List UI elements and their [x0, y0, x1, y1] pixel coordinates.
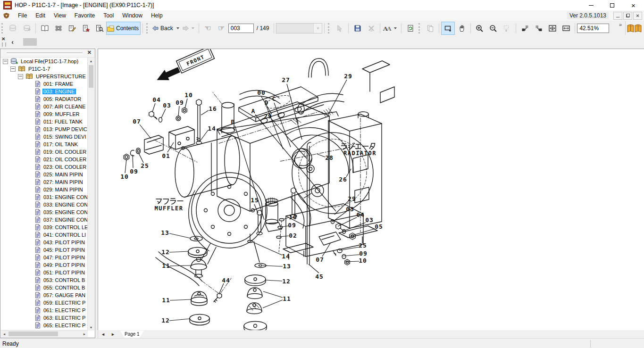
tree-item[interactable]: 003: ENGINE [1, 88, 88, 95]
pan-tool-button[interactable] [455, 22, 468, 35]
tree-item[interactable]: 053: CONTROL B [1, 276, 88, 284]
strip-close-button[interactable]: ✕ [1, 37, 5, 41]
mdi-minimize-button[interactable] [613, 12, 622, 20]
prev-page-button[interactable]: ☜ [201, 22, 215, 35]
toolbar-gripper[interactable] [418, 23, 421, 33]
catalog-books-button[interactable] [625, 21, 644, 35]
document-star-button[interactable] [79, 22, 92, 35]
toolbar-gripper[interactable] [1, 23, 4, 33]
zoom-out-button[interactable] [486, 22, 500, 35]
scroll-right-button[interactable]: ► [81, 331, 88, 337]
menu-window[interactable]: Window [118, 11, 147, 20]
tree-node-section[interactable]: UPPERSTRUCTURE [1, 73, 88, 80]
toolbar-overflow-chevron[interactable]: » [619, 22, 622, 27]
tree-item[interactable]: 049: PILOT PIPIN [1, 261, 88, 269]
tree-item[interactable]: 019: OIL COOLER [1, 148, 88, 156]
menu-favorite[interactable]: Favorite [70, 11, 99, 20]
tree-item[interactable]: 009: MUFFLER [1, 110, 88, 118]
tree-collapse-box[interactable] [10, 66, 16, 72]
book-view-button[interactable] [38, 22, 51, 35]
tree-collapse-box[interactable] [3, 59, 8, 64]
tree-item[interactable]: 025: MAIN PIPIN [1, 171, 88, 178]
restore-button[interactable] [602, 0, 623, 10]
tree-item[interactable]: 065: ELECTRIC P [1, 322, 88, 329]
contents-button[interactable]: Contents [106, 22, 141, 35]
menu-tool[interactable]: Tool [99, 11, 118, 20]
minimize-button[interactable] [580, 0, 602, 10]
forward-button[interactable] [182, 22, 197, 35]
tab-next-button[interactable]: ► [108, 332, 118, 337]
next-page-button[interactable]: ☞ [215, 22, 228, 35]
tree-item[interactable]: 013: PUMP DEVIC [1, 125, 88, 133]
export-button[interactable] [364, 22, 378, 35]
tree-item[interactable]: 039: CONTROL LE [1, 224, 88, 231]
tree-item[interactable]: 063: ELECTRIC P [1, 314, 88, 322]
close-button[interactable]: × [623, 0, 644, 10]
tree-item[interactable]: 011: FUEL TANK [1, 118, 88, 125]
zoom-percent-input[interactable] [577, 24, 609, 33]
refresh-page-button[interactable] [403, 22, 417, 35]
scroll-left-button[interactable]: ◄ [1, 331, 8, 337]
select-rectangle-button[interactable] [441, 22, 455, 35]
hop-logo-button[interactable] [51, 22, 65, 35]
scroll-down-button[interactable]: ▼ [88, 324, 94, 331]
fit-page-button[interactable] [545, 22, 559, 35]
strip-gripper[interactable] [2, 42, 6, 47]
view-combobox[interactable]: ˅ [276, 23, 322, 33]
annotate-button[interactable] [65, 22, 79, 35]
tree-vertical-scrollbar[interactable]: ▲ ▼ [87, 58, 94, 331]
diagram-canvas[interactable]: FRONT [98, 49, 644, 330]
view-next-button[interactable] [532, 22, 545, 35]
tree-collapse-box[interactable] [18, 74, 23, 79]
strip-back-button[interactable]: ‹ [8, 38, 17, 46]
zoom-selection-button[interactable] [500, 22, 514, 35]
save-database-button[interactable] [20, 22, 33, 35]
tree-item[interactable]: 015: SWING DEVI [1, 133, 88, 141]
tree-item[interactable]: 033: ENGINE CON [1, 201, 88, 208]
zoom-in-button[interactable] [473, 22, 486, 35]
save-button[interactable] [351, 22, 364, 35]
tree-item[interactable]: 057: GAUGE PAN [1, 291, 88, 299]
tree-horizontal-scrollbar[interactable]: ◄ ► [1, 330, 88, 337]
tree-item[interactable]: 035: ENGINE CON [1, 208, 88, 216]
tree-item[interactable]: 047: PILOT PIPIN [1, 254, 88, 261]
tree-item[interactable]: 029: MAIN PIPIN [1, 186, 88, 193]
tree-node-root[interactable]: Local File(P11C-1-7.hop) [1, 58, 88, 65]
toolbar-gripper[interactable] [146, 23, 149, 33]
tree-item[interactable]: 041: CONTROL LI [1, 231, 88, 239]
menu-edit[interactable]: Edit [31, 11, 50, 20]
menu-view[interactable]: View [50, 11, 70, 20]
tree-item[interactable]: 007: AIR CLEANE [1, 103, 88, 110]
tree-item[interactable]: 005: RADIATOR [1, 95, 88, 103]
tree-item[interactable]: 001: FRAME [1, 80, 88, 88]
mdi-restore-button[interactable] [623, 12, 632, 20]
tab-prev-button[interactable]: ◄ [98, 332, 108, 337]
fit-width-button[interactable] [559, 22, 573, 35]
tree-item[interactable]: 059: ELECTRIC P [1, 299, 88, 307]
menu-help[interactable]: Help [147, 11, 167, 20]
mdi-close-button[interactable]: × [633, 12, 642, 20]
tree-item[interactable]: 061: ELECTRIC P [1, 307, 88, 314]
tree-item[interactable]: 017: OIL TANK [1, 141, 88, 148]
scrollbar-thumb[interactable] [89, 65, 93, 88]
panel-header[interactable]: ✕ [0, 49, 95, 58]
menu-file[interactable]: File [14, 11, 31, 20]
page-tab[interactable]: Page 1 [120, 331, 144, 338]
tree-item[interactable]: 027: MAIN PIPIN [1, 178, 88, 186]
panel-close-button[interactable]: ✕ [87, 50, 92, 55]
tree-item[interactable]: 043: PILOT PIPIN [1, 239, 88, 246]
toolbar-gripper[interactable] [328, 23, 331, 33]
scrollbar-thumb[interactable] [8, 331, 58, 336]
tree-item[interactable]: 021: OIL COOLER [1, 156, 88, 163]
view-previous-button[interactable] [518, 22, 532, 35]
tree-item[interactable]: 023: OIL COOLER [1, 163, 88, 171]
open-database-button[interactable] [6, 22, 20, 35]
tree-item[interactable]: 051: PILOT PIPIN [1, 269, 88, 276]
copy-button[interactable] [423, 22, 437, 35]
tree-node-book[interactable]: P11C-1-7 [1, 65, 88, 73]
tree-item[interactable]: 055: CONTROL B [1, 284, 88, 291]
page-number-input[interactable] [228, 24, 254, 33]
pointer-tool-button[interactable] [333, 22, 346, 35]
document-search-button[interactable] [92, 22, 106, 35]
tree-item[interactable]: 037: ENGINE CON [1, 216, 88, 224]
